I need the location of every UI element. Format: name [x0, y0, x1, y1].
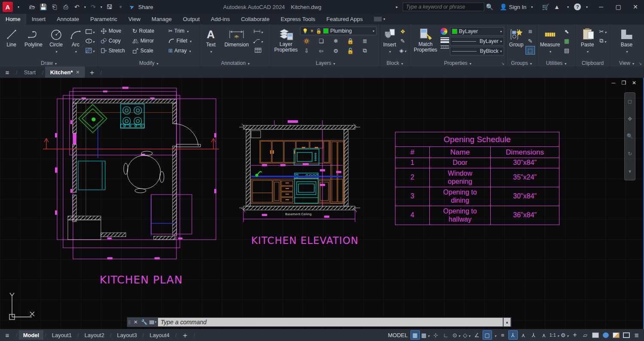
paste-button[interactable]: Paste: [577, 27, 597, 54]
layer-lock-icon[interactable]: 🔒: [346, 37, 355, 45]
copy-button[interactable]: Copy: [100, 36, 131, 46]
group-button[interactable]: Group: [508, 27, 525, 48]
help-icon[interactable]: ?: [574, 3, 581, 10]
redo-icon[interactable]: ↷: [88, 2, 98, 12]
ortho-button[interactable]: ∟: [441, 330, 451, 340]
tab-express-tools[interactable]: Express Tools: [275, 14, 321, 24]
view-expander-icon[interactable]: ↘: [638, 61, 642, 66]
layer-freeze-icon[interactable]: ❄: [331, 37, 340, 45]
navigation-bar[interactable]: ◻✥🔍↻▾: [624, 92, 635, 180]
dimension-button[interactable]: Dimension: [221, 27, 252, 48]
clean-screen-button[interactable]: [611, 330, 621, 340]
minimize-button[interactable]: ─: [592, 0, 610, 14]
layer-unlock2-icon[interactable]: 🔓: [346, 46, 355, 55]
tab-home[interactable]: Home: [0, 14, 26, 24]
panel-label-modify[interactable]: Modify: [98, 59, 200, 67]
layout-tab-layout3[interactable]: Layout3: [113, 330, 141, 340]
copy-clip-icon[interactable]: ⧉: [598, 37, 608, 45]
paste-caret-icon[interactable]: [586, 48, 589, 54]
workspace-button[interactable]: ⚙: [560, 330, 569, 340]
layer-off-icon[interactable]: 🔅: [302, 37, 311, 45]
leader-icon[interactable]: [253, 37, 263, 45]
grid-button[interactable]: ▦: [410, 330, 420, 340]
share-label[interactable]: Share: [138, 4, 153, 10]
layout-tab-layout1[interactable]: Layout1: [48, 330, 76, 340]
tab-insert[interactable]: Insert: [26, 14, 52, 24]
polar-tracking-button[interactable]: ⊙: [452, 330, 461, 340]
crosshair-button[interactable]: +: [570, 330, 580, 340]
move-button[interactable]: Move: [100, 26, 131, 36]
command-input[interactable]: Type a command: [158, 318, 503, 326]
rectangle-tool-icon[interactable]: [85, 27, 94, 36]
sign-in-caret-icon[interactable]: ▾: [527, 2, 537, 12]
user-icon[interactable]: 👤: [498, 2, 509, 12]
panel-label-annotation[interactable]: Annotation: [200, 59, 270, 67]
edit-block-icon[interactable]: ✎: [398, 37, 407, 45]
tab-manage[interactable]: Manage: [146, 14, 177, 24]
stretch-button[interactable]: Stretch: [100, 46, 131, 55]
maximize-button[interactable]: ▢: [610, 0, 627, 14]
command-line[interactable]: ⣿ ✕ 🔧 ▾ Type a command ▲: [127, 317, 512, 327]
group-edit-icon[interactable]: ✎: [526, 37, 535, 45]
layout-tab-layout2[interactable]: Layout2: [80, 330, 109, 340]
circle-caret-icon[interactable]: [55, 48, 57, 54]
layer-isolate-icon[interactable]: ❏: [316, 37, 326, 45]
id-point-icon[interactable]: ▤: [562, 46, 571, 55]
file-tabs-menu-icon[interactable]: ≡: [0, 69, 15, 76]
search-icon[interactable]: 🔍: [485, 2, 495, 12]
panel-label-utilities[interactable]: Utilities: [537, 59, 575, 67]
create-block-icon[interactable]: ❖: [398, 27, 407, 36]
layout-tab-layout4[interactable]: Layout4: [145, 330, 173, 340]
quick-calculator-icon[interactable]: ▦: [562, 37, 571, 45]
command-grip-handle[interactable]: ⣿: [127, 320, 131, 324]
command-customize-icon[interactable]: 🔧: [140, 319, 149, 325]
arc-caret-icon[interactable]: [74, 48, 77, 54]
line-button[interactable]: Line: [2, 27, 21, 48]
osnap-tracking-button[interactable]: ∠: [472, 330, 482, 340]
layer-match-icon[interactable]: ≣: [360, 37, 370, 45]
undo-caret-icon[interactable]: ▾: [83, 2, 87, 12]
ellipse-tool-icon[interactable]: [85, 37, 94, 45]
selection-cycling-button[interactable]: ⅄: [508, 330, 518, 340]
circle-button[interactable]: Circle: [46, 27, 66, 54]
search-expand-icon[interactable]: ▸: [392, 2, 402, 12]
trim-button[interactable]: ✂Trim: [167, 26, 197, 36]
graphics-performance-button[interactable]: [601, 330, 611, 340]
customization-menu-button[interactable]: ≣: [632, 330, 641, 340]
app-menu-button[interactable]: [3, 2, 13, 12]
doc-minimize-icon[interactable]: ─: [611, 80, 617, 86]
array-button[interactable]: ⊞Array: [167, 46, 197, 55]
file-tab-start[interactable]: Start: [19, 67, 41, 78]
measure-button[interactable]: Measure: [539, 27, 561, 54]
close-tab-icon[interactable]: ✕: [76, 70, 79, 75]
layout-menu-icon[interactable]: ≡: [0, 332, 15, 339]
new-layout-icon[interactable]: ＋: [181, 330, 188, 340]
osnap-caret-icon[interactable]: [493, 330, 497, 340]
cart-icon[interactable]: 🛒: [541, 2, 551, 12]
command-history-icon[interactable]: ▲: [504, 318, 510, 326]
fillet-button[interactable]: Fillet: [167, 36, 197, 46]
tab-view[interactable]: View: [123, 14, 146, 24]
redo-caret-icon[interactable]: ▾: [99, 2, 103, 12]
tab-addins[interactable]: Add-ins: [205, 14, 235, 24]
isodraft-button[interactable]: ◇: [462, 330, 471, 340]
sign-in-label[interactable]: Sign In: [509, 4, 526, 10]
model-space-button[interactable]: MODEL: [388, 332, 407, 338]
match-properties-button[interactable]: MatchProperties: [411, 27, 440, 53]
file-tab-kitchen[interactable]: Kitchen*✕: [45, 67, 85, 78]
rotate-button[interactable]: ↻Rotate: [131, 26, 167, 36]
text-caret-icon[interactable]: [210, 48, 212, 54]
layer-walk-icon[interactable]: ⚙: [331, 46, 340, 55]
annotation-visibility-button[interactable]: ⋏: [539, 330, 549, 340]
lineweight-dropdown[interactable]: ByLayer▾: [450, 37, 504, 46]
mirror-button[interactable]: Mirror: [131, 36, 167, 46]
base-button[interactable]: Base: [616, 27, 638, 54]
tab-output[interactable]: Output: [177, 14, 205, 24]
panel-label-block[interactable]: Block: [380, 59, 409, 67]
doc-close-icon[interactable]: ✕: [631, 80, 637, 86]
osnap-3d-button[interactable]: ⋏: [519, 330, 528, 340]
export-icon[interactable]: ⎗: [49, 2, 60, 12]
osnap-button[interactable]: ▢: [483, 330, 492, 340]
command-recent-icon[interactable]: ▾: [149, 320, 157, 324]
tab-annotate[interactable]: Annotate: [51, 14, 85, 24]
